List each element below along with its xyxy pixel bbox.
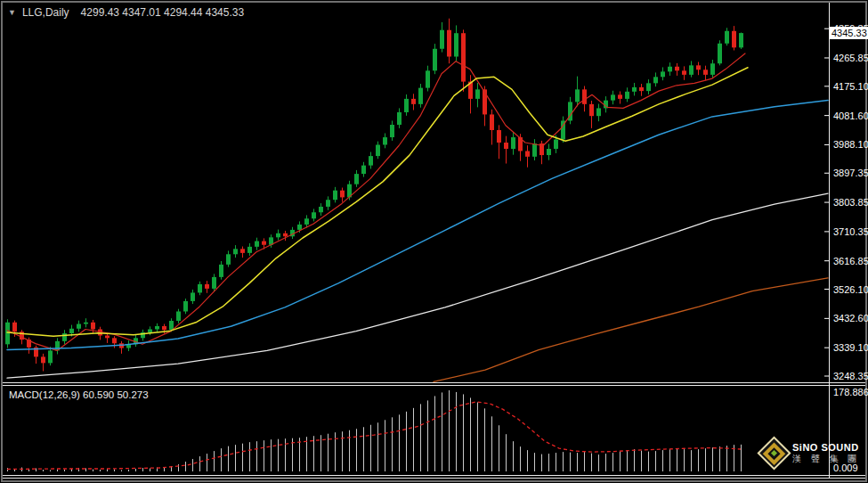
price-axis-label: 3803.85 [833,196,868,209]
bull-candle [554,140,558,150]
bear-candle [589,104,594,116]
bear-candle [240,249,245,253]
bull-candle [276,233,280,238]
bull-candle [383,137,387,144]
bull-candle [226,254,231,265]
bull-candle [191,292,195,300]
bull-candle [219,265,223,277]
bull-candle [475,89,480,99]
bull-candle [148,329,152,332]
price-axis-label: 4081.60 [833,110,868,122]
macd-indicator-label: MACD(12,26,9) 60.590 50.273 [9,389,149,400]
price-axis-label: 4175.10 [833,80,868,93]
price-axis-label: 3616.85 [833,255,868,267]
logo-chinese-text: 漢 聲 集 團 [792,454,860,464]
bull-candle [725,31,729,44]
bull-candle [304,218,309,225]
sino-sound-diamond-icon [757,436,791,470]
bull-candle [48,350,53,363]
bull-candle [62,333,67,341]
bull-candle [668,67,672,72]
bull-candle [511,137,515,149]
bull-candle [233,249,238,254]
triangle-down-icon[interactable]: ▼ [8,9,16,17]
bull-candle [361,166,366,174]
bear-candle [618,94,622,99]
bull-candle [611,94,615,100]
bear-candle [283,233,288,237]
bull-candle [198,284,202,292]
bull-candle [418,88,423,104]
price-axis-label: 3710.35 [833,225,868,238]
bear-candle [461,33,466,81]
bear-candle [411,99,416,104]
bear-candle [262,242,266,245]
bull-candle [297,225,302,230]
bull-candle [5,323,10,345]
bear-candle [682,70,686,75]
bear-candle [703,70,708,75]
bear-candle [732,31,736,48]
bull-candle [155,326,159,330]
bear-candle [497,130,501,143]
bull-candle [547,149,551,155]
bull-candle [354,174,359,184]
bear-candle [340,191,345,198]
price-axis-label: 3432.60 [833,312,868,324]
bear-candle [12,323,17,332]
price-axis-label: 3339.10 [833,341,868,354]
bull-candle [390,125,394,137]
bull-candle [84,323,88,324]
bull-candle [661,71,665,77]
bull-candle [77,324,81,329]
price-axis-label: 3988.10 [833,138,868,151]
bull-candle [169,321,174,330]
bear-candle [490,114,494,130]
bull-candle [176,311,181,321]
bull-candle [247,247,252,253]
price-axis-label: 4265.85 [833,52,868,64]
bear-candle [162,326,166,330]
ma-blue [7,101,828,350]
bull-candle [319,207,323,212]
ohlc-values-label: 4299.43 4347.01 4294.44 4345.33 [81,6,245,19]
bear-candle [447,30,451,57]
bull-candle [625,92,629,99]
bull-candle [369,156,373,166]
bull-candle [255,242,259,247]
bear-candle [105,336,110,339]
bear-candle [112,338,117,343]
bull-candle [739,33,743,47]
bull-candle [426,70,430,87]
logo-brand-text: SiNO SOUND [792,442,860,453]
bull-candle [632,87,637,92]
current-price-badge: 4345.33 [830,27,868,39]
macd-axis-max-label: 178.886 [833,387,868,397]
bear-candle [696,65,701,70]
bull-candle [575,89,580,102]
price-chart-canvas[interactable] [0,0,868,483]
bull-candle [440,30,444,49]
bull-candle [596,108,601,116]
bear-candle [582,89,587,103]
mt4-chart-window: { "title": { "symbol_period": "LLG,Daily… [0,0,868,483]
bear-candle [41,356,45,363]
bull-candle [312,212,316,218]
price-axis-label: 3897.35 [833,167,868,179]
macd-signal-line [7,402,741,470]
bull-candle [718,44,722,63]
ma-white [7,193,828,378]
bull-candle [653,77,658,83]
bull-candle [689,65,694,75]
bull-candle [333,191,337,201]
ma-yellow [7,68,748,336]
bull-candle [433,49,437,71]
chart-title-bar: ▼ LLG,Daily 4299.43 4347.01 4294.44 4345… [8,6,244,19]
bull-candle [183,301,188,312]
bear-candle [639,87,644,91]
bull-candle [710,63,715,75]
bear-candle [205,284,209,289]
price-axis-label: 3526.10 [833,283,868,296]
bull-candle [376,144,380,156]
bull-candle [212,277,216,289]
